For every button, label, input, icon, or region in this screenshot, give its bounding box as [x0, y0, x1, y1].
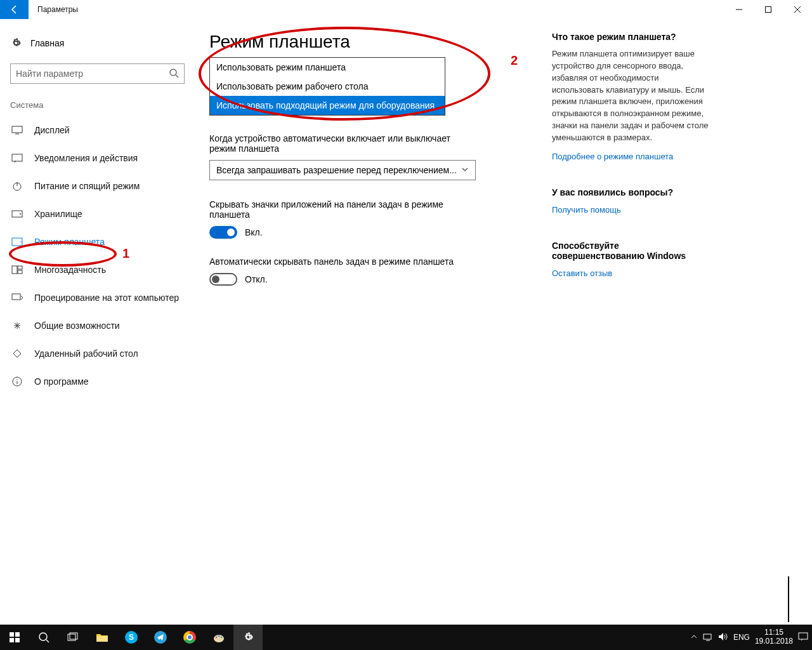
hide-taskbar-toggle[interactable]	[209, 273, 237, 286]
multi-icon	[11, 265, 23, 274]
storage-icon	[11, 210, 23, 218]
hide-taskbar-label: Автоматически скрывать панель задач в ре…	[209, 256, 469, 267]
project-icon	[11, 293, 23, 302]
taskbar: S ENG 11:15 19.01.2018	[0, 625, 812, 650]
maximize-button[interactable]	[754, 0, 783, 19]
dropdown-option[interactable]: Использовать режим планшета	[210, 58, 445, 77]
sidebar-item-label: Многозадачность	[34, 265, 106, 275]
display-icon	[11, 126, 23, 135]
svg-point-1	[170, 69, 176, 76]
svg-rect-28	[799, 633, 808, 639]
svg-point-24	[218, 635, 220, 637]
sidebar-item-remote-desktop[interactable]: Удаленный рабочий стол	[10, 340, 187, 368]
toggle-state: Откл.	[245, 274, 268, 284]
remote-icon	[11, 348, 23, 359]
search-placeholder: Найти параметр	[16, 69, 83, 79]
sidebar-item-shared[interactable]: Общие возможности	[10, 312, 187, 340]
sidebar-group: Система	[10, 100, 187, 110]
paint-button[interactable]	[204, 625, 233, 650]
task-view-button[interactable]	[58, 625, 88, 650]
svg-rect-10	[18, 266, 22, 269]
search-input[interactable]: Найти параметр	[10, 63, 185, 84]
sidebar-item-power[interactable]: Питание и спящий режим	[10, 172, 187, 200]
svg-point-23	[216, 637, 218, 639]
svg-rect-0	[766, 7, 771, 13]
chrome-button[interactable]	[175, 625, 204, 650]
sidebar-item-label: О программе	[34, 376, 89, 387]
svg-point-25	[221, 637, 223, 639]
info-about-link[interactable]: Подробнее о режиме планшета	[552, 152, 673, 161]
svg-rect-16	[10, 638, 14, 642]
file-explorer-button[interactable]	[88, 625, 117, 650]
sidebar-item-label: Режим планшета	[34, 237, 105, 247]
hide-icons-label: Скрывать значки приложений на панели зад…	[209, 199, 469, 220]
info-panel: Что такое режим планшета? Режим планшета…	[552, 19, 723, 625]
dropdown-option-selected[interactable]: Использовать подходящий режим для оборуд…	[210, 96, 445, 115]
tray-time: 11:15	[755, 628, 793, 637]
svg-rect-15	[15, 632, 20, 637]
svg-point-18	[39, 633, 47, 640]
combo-value: Всегда запрашивать разрешение перед пере…	[216, 165, 457, 175]
sidebar-item-notifications[interactable]: Уведомления и действия	[10, 144, 187, 172]
auto-switch-dropdown[interactable]: Всегда запрашивать разрешение перед пере…	[209, 160, 476, 180]
skype-button[interactable]: S	[117, 625, 146, 650]
sidebar-item-storage[interactable]: Хранилище	[10, 200, 187, 228]
info-icon	[11, 376, 23, 387]
close-button[interactable]	[783, 0, 812, 19]
tray-chevron-up-icon[interactable]	[690, 633, 698, 642]
search-icon	[169, 68, 179, 80]
decorative-divider	[788, 576, 789, 622]
sidebar-item-label: Удаленный рабочий стол	[34, 348, 138, 359]
content-area: Режим планшета Использовать режим планше…	[197, 19, 552, 625]
info-help-title: У вас появились вопросы?	[552, 187, 712, 197]
tray-language[interactable]: ENG	[733, 633, 750, 642]
auto-switch-label: Когда устройство автоматически включает …	[209, 133, 469, 154]
start-button[interactable]	[0, 625, 29, 650]
home-label: Главная	[30, 38, 64, 48]
sidebar: Главная Найти параметр Система Дисплей У…	[0, 19, 197, 625]
tray-action-center-icon[interactable]	[798, 632, 808, 643]
tray-network-icon[interactable]	[703, 632, 713, 643]
svg-rect-3	[12, 154, 22, 161]
svg-point-8	[20, 241, 22, 242]
info-help-link[interactable]: Получить помощь	[552, 205, 621, 215]
tray-clock[interactable]: 11:15 19.01.2018	[755, 628, 793, 646]
window-title: Параметры	[37, 5, 78, 14]
svg-rect-11	[18, 270, 22, 274]
sidebar-item-label: Общие возможности	[34, 321, 120, 331]
sidebar-item-label: Дисплей	[34, 125, 70, 135]
back-button[interactable]	[0, 0, 29, 19]
info-feedback-title: Способствуйте совершенствованию Windows	[552, 241, 712, 261]
svg-rect-2	[12, 126, 22, 133]
sidebar-item-tablet-mode[interactable]: Режим планшета	[10, 228, 187, 256]
tray-volume-icon[interactable]	[718, 632, 728, 643]
taskbar-search-button[interactable]	[29, 625, 58, 650]
chevron-down-icon	[461, 165, 469, 175]
info-about-text: Режим планшета оптимизирует ваше устройс…	[552, 48, 712, 144]
telegram-button[interactable]	[146, 625, 175, 650]
shared-icon	[11, 321, 23, 331]
svg-rect-27	[704, 634, 711, 639]
sidebar-item-label: Хранилище	[34, 209, 82, 219]
sidebar-item-label: Уведомления и действия	[34, 153, 138, 163]
titlebar: Параметры	[0, 0, 812, 19]
svg-point-6	[20, 213, 21, 215]
dropdown-option[interactable]: Использовать режим рабочего стола	[210, 77, 445, 96]
info-feedback-link[interactable]: Оставить отзыв	[552, 269, 612, 278]
sidebar-item-project[interactable]: Проецирование на этот компьютер	[10, 284, 187, 312]
svg-rect-9	[12, 266, 17, 274]
sidebar-item-multitasking[interactable]: Многозадачность	[10, 256, 187, 284]
minimize-button[interactable]	[724, 0, 754, 19]
hide-icons-toggle[interactable]	[209, 226, 237, 239]
sidebar-item-display[interactable]: Дисплей	[10, 116, 187, 144]
tablet-icon	[11, 237, 23, 246]
toggle-state: Вкл.	[245, 227, 263, 237]
gear-icon	[10, 37, 22, 49]
power-icon	[11, 181, 23, 191]
signin-mode-dropdown[interactable]: Использовать режим планшета Использовать…	[209, 57, 445, 116]
svg-rect-17	[15, 638, 20, 642]
page-title: Режим планшета	[209, 32, 539, 52]
settings-taskbar-button[interactable]	[233, 625, 263, 650]
sidebar-item-about[interactable]: О программе	[10, 368, 187, 395]
home-link[interactable]: Главная	[10, 32, 187, 55]
